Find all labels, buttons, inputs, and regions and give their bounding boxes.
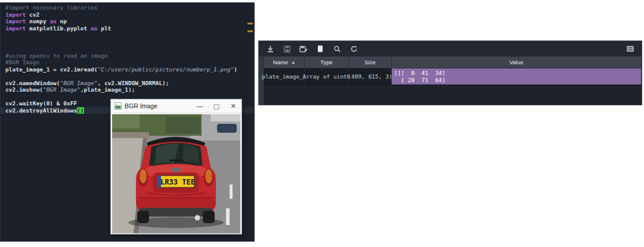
code-line: cv2.imshow("BGR Image",plate_image_1); [1, 86, 254, 93]
window-titlebar[interactable]: BGR Image — ▢ ✕ [111, 99, 242, 113]
scrollbar-warning-mark [247, 30, 253, 32]
license-plate-text: LR33 TEE [160, 178, 195, 186]
minimize-button[interactable]: — [191, 99, 208, 112]
code-line [1, 39, 254, 46]
paste-icon[interactable] [312, 43, 328, 55]
code-line [1, 45, 254, 52]
variable-name-cell[interactable]: plate_image_1 [264, 68, 305, 85]
code-line: import cv2 [1, 11, 254, 18]
variable-size-cell: (409, 615, 3) [349, 68, 392, 85]
scrollbar-warning-mark [247, 23, 253, 24]
sort-ascending-icon: ▲ [291, 60, 295, 64]
car-photo-svg: LR33 TEE [112, 114, 240, 233]
column-header-name[interactable]: Name ▲ [264, 57, 305, 68]
code-line: cv2.namedWindow("BGR Image", cv2.WINDOW_… [1, 80, 254, 87]
image-file-icon [114, 102, 122, 110]
code-line: #import necessary libraries [1, 4, 254, 11]
table-header-row: Name ▲ Type Size Value [264, 57, 642, 68]
bgr-image-window[interactable]: BGR Image — ▢ ✕ [111, 99, 242, 234]
refresh-icon[interactable] [346, 43, 361, 55]
maximize-button[interactable]: ▢ [208, 99, 225, 112]
import-data-icon[interactable] [262, 43, 278, 55]
variable-row[interactable]: plate_image_1 Array of uint8 (409, 615, … [264, 68, 642, 85]
screenshot-root: #import necessary librariesimport cv2imp… [0, 0, 644, 247]
close-button[interactable]: ✕ [225, 99, 242, 112]
code-line: #BGR Image [1, 59, 254, 66]
code-line [1, 73, 254, 80]
column-header-size[interactable]: Size [349, 57, 392, 68]
code-line: #using opencv to read an image [1, 52, 254, 60]
window-title: BGR Image [125, 102, 191, 110]
car-photo: LR33 TEE [111, 113, 242, 237]
save-data-as-icon[interactable] [296, 43, 311, 55]
save-data-icon[interactable] [279, 43, 295, 55]
code-line: import matplotlib.pyplot as plt [1, 25, 254, 32]
variable-type-cell: Array of uint8 [305, 68, 349, 85]
variable-explorer-toolbar [259, 41, 642, 57]
code-line [1, 32, 254, 39]
variable-table: Name ▲ Type Size Value plate_image_1 Arr… [259, 57, 642, 105]
code-area: #import necessary librariesimport cv2imp… [1, 4, 254, 114]
column-header-type[interactable]: Type [305, 57, 349, 68]
search-icon[interactable] [329, 43, 345, 55]
code-line: plate_image_1 = cv2.imread("C:/users/pub… [1, 66, 254, 73]
value-line: [ 28 71 64] [394, 77, 445, 84]
value-line: [[[ 0 41 34] [394, 70, 445, 77]
variable-value-cell[interactable]: [[[ 0 41 34] [ 28 71 64] [392, 68, 642, 85]
row-header-strip [259, 57, 264, 105]
variable-explorer-panel: Name ▲ Type Size Value plate_image_1 Arr… [258, 40, 642, 105]
code-line: import numpy as np [1, 18, 254, 25]
options-icon[interactable] [623, 43, 638, 55]
column-header-value[interactable]: Value [392, 57, 642, 68]
